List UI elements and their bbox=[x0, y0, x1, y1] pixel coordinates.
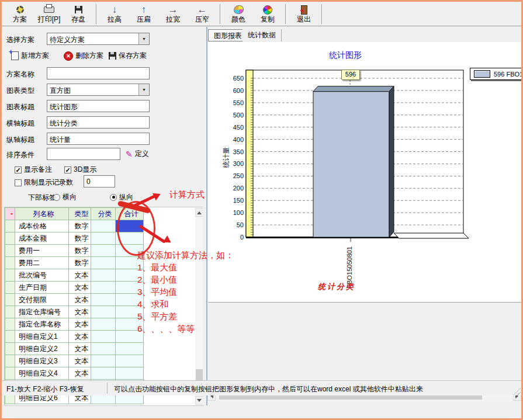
row-indicator[interactable] bbox=[5, 257, 15, 269]
cell-type[interactable]: 文本 bbox=[69, 306, 91, 318]
cell-type[interactable]: 文本 bbox=[69, 282, 91, 294]
cell-category[interactable] bbox=[91, 232, 116, 245]
cell-total[interactable] bbox=[116, 343, 144, 355]
cell-column-name[interactable]: 批次编号 bbox=[15, 269, 69, 282]
row-indicator[interactable] bbox=[5, 294, 15, 306]
cell-category[interactable] bbox=[91, 306, 116, 318]
tab-graph-report[interactable]: 图形报表 bbox=[208, 29, 248, 41]
cell-category[interactable] bbox=[91, 355, 116, 367]
row-indicator[interactable] bbox=[5, 343, 15, 355]
cell-category[interactable] bbox=[91, 367, 116, 380]
panel-splitter[interactable] bbox=[203, 27, 207, 405]
scheme-button-3[interactable]: 保存方案 bbox=[109, 51, 147, 61]
toolbar-button-8[interactable]: 颜色 bbox=[224, 2, 253, 26]
radio-option-2[interactable]: 纵向 bbox=[110, 192, 133, 202]
radio-option-1[interactable]: 横向 bbox=[53, 192, 77, 202]
chart-area: 统计图形 05010015020025030035040045050055060… bbox=[208, 42, 521, 303]
cell-category[interactable] bbox=[91, 282, 116, 294]
row-indicator[interactable] bbox=[5, 367, 15, 380]
cell-category[interactable] bbox=[91, 257, 116, 269]
cell-type[interactable]: 文本 bbox=[69, 367, 91, 380]
cell-type[interactable]: 文本 bbox=[69, 355, 91, 367]
chevron-down-icon[interactable]: ▼ bbox=[138, 33, 149, 44]
checkbox-2[interactable]: ✓3D显示 bbox=[64, 165, 96, 175]
column-header[interactable]: 类型 bbox=[69, 208, 91, 220]
cell-type[interactable]: 文本 bbox=[69, 331, 91, 343]
cell-type[interactable]: 数字 bbox=[69, 257, 91, 269]
gear-icon bbox=[16, 6, 24, 13]
toolbar-button-9[interactable]: 复制 bbox=[253, 2, 282, 26]
scheme-select-dropdown[interactable]: 待定义方案 ▼ bbox=[47, 33, 150, 45]
row-indicator-header[interactable]: - bbox=[5, 208, 15, 220]
scroll-up-button[interactable] bbox=[195, 208, 203, 217]
cell-category[interactable] bbox=[91, 294, 116, 306]
scheme-button-1[interactable]: 新增方案 bbox=[11, 51, 49, 61]
cell-type[interactable]: 数字 bbox=[69, 232, 91, 245]
cell-type[interactable]: 文本 bbox=[69, 318, 91, 331]
cell-category[interactable] bbox=[91, 331, 116, 343]
row-indicator[interactable] bbox=[5, 269, 15, 282]
toolbar-button-2[interactable]: 打印[P] bbox=[34, 2, 64, 26]
field-input[interactable]: 统计量 bbox=[47, 133, 150, 145]
status-bar: F1-放大 F2-缩小 F3-恢复 可以点击功能按钮中的复制按钮把图形复制到内存… bbox=[2, 380, 521, 395]
cell-column-name[interactable]: 明细自定义4 bbox=[15, 367, 69, 380]
cell-column-name[interactable]: 明细自定义2 bbox=[15, 343, 69, 355]
cell-column-name[interactable]: 生产日期 bbox=[15, 282, 69, 294]
sort-input[interactable] bbox=[47, 148, 120, 160]
checkbox-1[interactable]: ✓显示备注 bbox=[15, 165, 52, 175]
cell-column-name[interactable]: 明细自定义1 bbox=[15, 331, 69, 343]
cell-total[interactable] bbox=[116, 367, 144, 380]
cell-type[interactable]: 数字 bbox=[69, 245, 91, 257]
cell-category[interactable] bbox=[91, 318, 116, 331]
row-indicator[interactable] bbox=[5, 282, 15, 294]
table-row: 明细自定义1文本 bbox=[5, 331, 144, 343]
cell-total[interactable] bbox=[116, 355, 144, 367]
column-header[interactable]: 分类 bbox=[91, 208, 116, 220]
define-button[interactable]: ✎ 定义 bbox=[126, 149, 149, 159]
cell-column-name[interactable]: 成本金额 bbox=[15, 232, 69, 245]
row-indicator[interactable] bbox=[5, 331, 15, 343]
table-vertical-scrollbar[interactable] bbox=[195, 208, 203, 405]
cell-type[interactable]: 文本 bbox=[69, 343, 91, 355]
toolbar-button-1[interactable]: 方案 bbox=[5, 2, 34, 26]
cell-column-name[interactable]: 成本价格 bbox=[15, 220, 69, 232]
chart-type-dropdown[interactable]: 直方图▼ bbox=[47, 84, 150, 96]
cell-category[interactable] bbox=[91, 343, 116, 355]
row-indicator[interactable] bbox=[5, 306, 15, 318]
limit-records-input[interactable]: 0 bbox=[84, 175, 115, 188]
toolbar-button-6[interactable]: →拉宽 bbox=[158, 2, 188, 26]
tab-statistics-data[interactable]: 统计数据 bbox=[243, 29, 282, 41]
row-indicator[interactable] bbox=[5, 318, 15, 331]
row-indicator[interactable] bbox=[5, 232, 15, 245]
cell-category[interactable] bbox=[91, 269, 116, 282]
cell-category[interactable] bbox=[91, 220, 116, 232]
cell-column-name[interactable]: 明细自定义3 bbox=[15, 355, 69, 367]
scroll-down-button[interactable] bbox=[195, 396, 203, 405]
cell-column-name[interactable]: 指定仓库名称 bbox=[15, 318, 69, 331]
field-input[interactable]: 统计分类 bbox=[47, 116, 150, 129]
toolbar-button-7[interactable]: ←压窄 bbox=[188, 2, 217, 26]
field-input[interactable]: 统计图形 bbox=[47, 100, 150, 112]
cell-type[interactable]: 文本 bbox=[69, 294, 91, 306]
column-header[interactable]: 列名称 bbox=[15, 208, 69, 220]
row-indicator[interactable] bbox=[5, 220, 15, 232]
row-indicator[interactable] bbox=[5, 245, 15, 257]
cell-column-name[interactable]: 指定仓库编号 bbox=[15, 306, 69, 318]
status-message: 可以点击功能按钮中的复制按钮把图形复制到内存中，然后可以在word excel … bbox=[114, 384, 423, 394]
toolbar-button-4[interactable]: ↓拉高 bbox=[100, 2, 129, 26]
toolbar-button-10[interactable]: 退出 bbox=[289, 2, 318, 26]
row-indicator[interactable] bbox=[5, 355, 15, 367]
cell-column-name[interactable]: 费用二 bbox=[15, 257, 69, 269]
toolbar-button-5[interactable]: ↑压扁 bbox=[129, 2, 158, 26]
chevron-down-icon[interactable]: ▼ bbox=[138, 84, 149, 95]
cell-category[interactable] bbox=[91, 245, 116, 257]
field-input[interactable] bbox=[47, 67, 150, 79]
toolbar-button-3[interactable]: 存盘 bbox=[64, 2, 93, 26]
limit-records-checkbox[interactable]: 限制显示记录数 bbox=[15, 178, 73, 188]
cell-column-name[interactable]: 费用一 bbox=[15, 245, 69, 257]
scheme-button-2[interactable]: ✕删除方案 bbox=[64, 51, 103, 61]
cell-column-name[interactable]: 交付期限 bbox=[15, 294, 69, 306]
resize-grip-icon[interactable] bbox=[514, 388, 521, 395]
cell-type[interactable]: 数字 bbox=[69, 220, 91, 232]
cell-type[interactable]: 文本 bbox=[69, 269, 91, 282]
